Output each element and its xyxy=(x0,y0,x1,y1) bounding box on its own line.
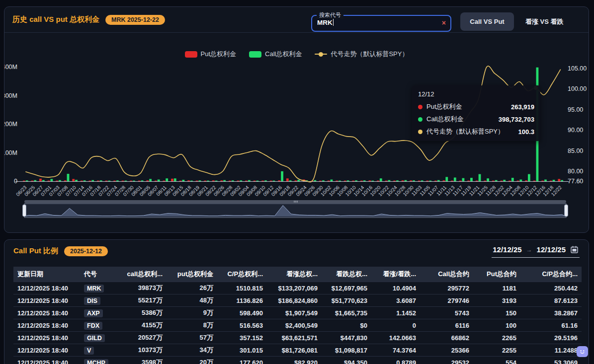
date-range-picker[interactable]: 12/12/25 → 12/12/25 xyxy=(492,244,580,258)
put-bar[interactable] xyxy=(418,181,421,181)
call-bar[interactable] xyxy=(158,180,160,181)
put-bar[interactable] xyxy=(517,181,519,181)
put-bar[interactable] xyxy=(163,181,166,181)
table-row[interactable]: 12/12/2025 18:40FDX4155万8万516.563$2,400,… xyxy=(13,319,582,332)
call-bar[interactable] xyxy=(84,180,86,181)
call-bar[interactable] xyxy=(380,178,382,181)
call-bar[interactable] xyxy=(42,180,45,181)
table-header-cell[interactable]: 更新日期 xyxy=(13,267,80,282)
put-bar[interactable] xyxy=(476,181,478,181)
call-bar[interactable] xyxy=(133,181,135,181)
table-header-cell[interactable]: 看涨总权... xyxy=(267,267,322,282)
put-bar[interactable] xyxy=(294,180,297,181)
call-bar[interactable] xyxy=(347,180,349,181)
table-row[interactable]: 12/12/2025 18:40V10373万34万301.015$81,726… xyxy=(13,344,582,357)
put-bar[interactable] xyxy=(352,181,354,181)
datazoom-scrollbar[interactable] xyxy=(24,200,566,203)
call-bar[interactable] xyxy=(223,180,226,181)
table-header-cell[interactable]: call总权利... xyxy=(116,267,167,282)
table-row[interactable]: 12/12/2025 18:40MCHP3598万20万177.620$82,9… xyxy=(13,357,582,364)
call-bar[interactable] xyxy=(355,180,357,181)
put-bar[interactable] xyxy=(81,181,83,181)
call-bar[interactable] xyxy=(91,180,94,181)
put-bar[interactable] xyxy=(336,181,338,181)
put-bar[interactable] xyxy=(426,181,428,181)
date-range-start[interactable]: 12/12/25 xyxy=(493,245,521,254)
call-bar[interactable] xyxy=(553,180,555,181)
call-bar[interactable] xyxy=(388,180,390,181)
call-bar[interactable] xyxy=(240,180,242,181)
call-bar[interactable] xyxy=(116,180,119,181)
put-bar[interactable] xyxy=(434,181,437,181)
calendar-icon[interactable] xyxy=(570,245,579,254)
call-bar[interactable] xyxy=(297,180,300,181)
put-bar[interactable] xyxy=(88,181,91,181)
call-bar[interactable] xyxy=(470,178,473,181)
table-row[interactable]: 12/12/2025 18:40GILD20527万57万357.152$63,… xyxy=(13,332,582,344)
call-bar[interactable] xyxy=(264,180,267,181)
call-bar[interactable] xyxy=(149,179,152,181)
call-bar[interactable] xyxy=(396,180,399,181)
put-bar[interactable] xyxy=(410,180,412,181)
call-bar[interactable] xyxy=(421,180,424,181)
call-bar[interactable] xyxy=(232,180,234,181)
call-bar[interactable] xyxy=(108,181,110,181)
put-bar[interactable] xyxy=(220,180,223,181)
put-bar[interactable] xyxy=(451,181,453,181)
put-bar[interactable] xyxy=(229,181,231,181)
put-bar[interactable] xyxy=(541,181,544,181)
put-bar[interactable] xyxy=(402,180,404,181)
put-bar[interactable] xyxy=(179,181,182,181)
call-bar[interactable] xyxy=(331,180,333,181)
call-bar[interactable] xyxy=(100,180,102,181)
put-bar[interactable] xyxy=(212,180,215,181)
call-bar[interactable] xyxy=(174,178,176,181)
call-bar[interactable] xyxy=(199,180,201,181)
table-header-cell[interactable]: 看涨/看跌... xyxy=(371,267,420,282)
call-bar[interactable] xyxy=(495,180,498,181)
table-header-cell[interactable]: C/P总合约... xyxy=(520,267,582,282)
put-bar[interactable] xyxy=(237,181,240,181)
call-bar[interactable] xyxy=(519,180,522,181)
date-range-end[interactable]: 12/12/25 xyxy=(537,245,566,254)
put-bar[interactable] xyxy=(369,180,371,181)
table-row[interactable]: 12/12/2025 18:40AXP5386万9万598.490$1,907,… xyxy=(13,307,582,319)
put-bar[interactable] xyxy=(113,181,116,181)
table-header-cell[interactable]: Call总合约 xyxy=(420,267,473,282)
call-bar[interactable] xyxy=(182,180,184,181)
call-bar[interactable] xyxy=(544,180,547,181)
call-bar[interactable] xyxy=(281,171,283,181)
call-bar[interactable] xyxy=(437,180,440,181)
call-bar[interactable] xyxy=(511,178,514,181)
call-bar[interactable] xyxy=(528,174,530,181)
call-bar[interactable] xyxy=(429,181,431,181)
call-bar[interactable] xyxy=(561,180,563,181)
put-bar[interactable] xyxy=(328,181,330,181)
call-bar[interactable] xyxy=(215,181,218,181)
table-header-cell[interactable]: C/P总权利... xyxy=(217,267,267,282)
call-bar[interactable] xyxy=(454,178,456,181)
put-bar[interactable] xyxy=(187,180,190,181)
put-bar[interactable] xyxy=(130,181,132,181)
call-bar[interactable] xyxy=(125,181,127,181)
call-bar[interactable] xyxy=(322,180,325,181)
put-bar[interactable] xyxy=(558,179,560,181)
call-bar[interactable] xyxy=(34,180,36,181)
call-bar[interactable] xyxy=(166,178,168,181)
put-bar[interactable] xyxy=(344,181,346,181)
put-bar[interactable] xyxy=(146,180,149,181)
put-bar[interactable] xyxy=(39,179,42,181)
put-bar[interactable] xyxy=(286,178,289,181)
put-bar[interactable] xyxy=(443,180,445,181)
put-bar[interactable] xyxy=(48,181,50,181)
put-bar[interactable] xyxy=(278,180,280,181)
put-bar[interactable] xyxy=(122,181,124,181)
put-bar[interactable] xyxy=(72,179,75,181)
call-bar[interactable] xyxy=(487,178,489,181)
put-bar[interactable] xyxy=(500,181,503,181)
call-bar[interactable] xyxy=(273,181,275,181)
call-bar[interactable] xyxy=(479,174,481,181)
put-bar[interactable] xyxy=(492,181,495,181)
put-bar[interactable] xyxy=(459,181,462,181)
put-bar[interactable] xyxy=(393,181,396,181)
